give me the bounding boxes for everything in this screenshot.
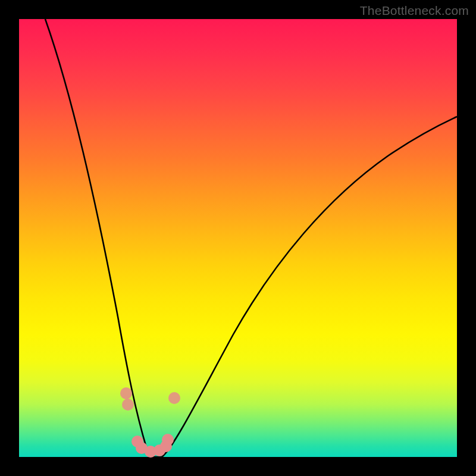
data-point [136, 442, 148, 454]
data-point [162, 434, 174, 446]
chart-plot-area [19, 19, 457, 457]
data-point [122, 399, 134, 411]
data-point [168, 392, 180, 404]
data-point [145, 446, 156, 458]
data-point [154, 444, 165, 456]
data-point [120, 387, 132, 399]
watermark-text: TheBottleneck.com [360, 4, 469, 18]
curve-right-branch [162, 117, 457, 457]
bottleneck-curve [19, 19, 457, 457]
curve-left-branch [45, 19, 151, 457]
data-point [131, 436, 143, 447]
data-point [160, 440, 172, 452]
